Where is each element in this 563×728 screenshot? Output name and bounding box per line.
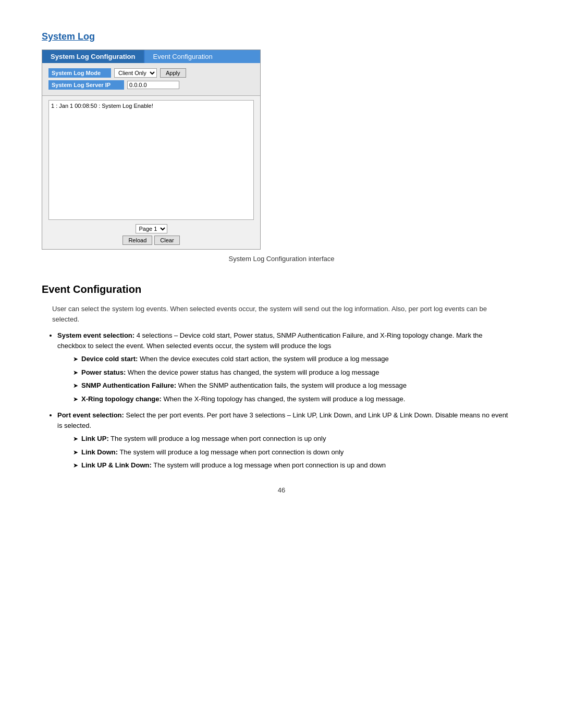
system-log-caption: System Log Configuration interface	[42, 255, 521, 263]
sub-2-2-text: The system will produce a log message wh…	[118, 448, 344, 456]
server-ip-input[interactable]	[127, 81, 179, 89]
bullet-2-text: Select the per port events. Per port hav…	[57, 411, 508, 429]
sub-2-2-bold: Link Down:	[81, 448, 118, 456]
sub-1-1-bold: Device cold start:	[81, 355, 138, 363]
bullet-item-1: System event selection: 4 selections – D…	[57, 330, 511, 404]
sub-2-3-text: The system will produce a log message wh…	[152, 461, 386, 469]
mode-row: System Log Mode Client Only Apply	[48, 68, 254, 78]
bullet-item-2: Port event selection: Select the per por…	[57, 410, 511, 471]
tab-system-log-configuration[interactable]: System Log Configuration	[42, 50, 144, 63]
mode-select[interactable]: Client Only	[114, 68, 157, 78]
sub-2-3-bold: Link UP & Link Down:	[81, 461, 152, 469]
event-config-title: Event Configuration	[42, 283, 521, 295]
sub-item-2-2: ➤ Link Down: The system will produce a l…	[73, 447, 511, 458]
log-entry: 1 : Jan 1 00:08:50 : System Log Enable!	[51, 103, 251, 109]
sub-1-2-text: When the device power status has changed…	[126, 368, 379, 376]
sub-list-1: ➤ Device cold start: When the device exe…	[73, 354, 511, 404]
sub-2-1-text: The system will produce a log message wh…	[109, 435, 326, 442]
sub-1-3-text: When the SNMP authentication fails, the …	[176, 381, 407, 389]
arrow-icon-1-4: ➤	[73, 394, 78, 404]
sub-item-2-3-text: Link UP & Link Down: The system will pro…	[81, 460, 511, 471]
config-panel: System Log Configuration Event Configura…	[42, 50, 261, 250]
arrow-icon-2-2: ➤	[73, 448, 78, 457]
sub-item-2-1-text: Link UP: The system will produce a log m…	[81, 434, 511, 444]
sub-item-1-2: ➤ Power status: When the device power st…	[73, 367, 511, 378]
server-ip-row: System Log Server IP	[48, 80, 254, 90]
pagination-row: Page 1	[42, 224, 260, 233]
sub-2-1-bold: Link UP:	[81, 435, 109, 442]
bullet-list: System event selection: 4 selections – D…	[57, 330, 511, 471]
sub-1-2-bold: Power status:	[81, 368, 126, 376]
sub-1-4-bold: X-Ring topology change:	[81, 395, 162, 403]
form-area: System Log Mode Client Only Apply System…	[42, 63, 260, 96]
apply-button[interactable]: Apply	[160, 68, 186, 78]
page-select[interactable]: Page 1	[136, 224, 167, 233]
sub-item-1-4-text: X-Ring topology change: When the X-Ring …	[81, 394, 511, 404]
arrow-icon-1-1: ➤	[73, 354, 78, 364]
tab-event-configuration[interactable]: Event Configuration	[145, 50, 221, 63]
sub-item-1-1-text: Device cold start: When the device execu…	[81, 354, 511, 364]
sub-item-1-3: ➤ SNMP Authentication Failure: When the …	[73, 380, 511, 391]
reload-button[interactable]: Reload	[123, 236, 152, 245]
event-config-description: User can select the system log events. W…	[52, 304, 511, 324]
sub-1-1-text: When the device executes cold start acti…	[138, 355, 388, 363]
arrow-icon-1-2: ➤	[73, 368, 78, 377]
sub-item-1-4: ➤ X-Ring topology change: When the X-Rin…	[73, 394, 511, 404]
sub-item-1-2-text: Power status: When the device power stat…	[81, 367, 511, 378]
event-config-section: Event Configuration User can select the …	[42, 283, 521, 471]
clear-button[interactable]: Clear	[154, 236, 179, 245]
sub-item-2-1: ➤ Link UP: The system will produce a log…	[73, 434, 511, 444]
action-row: Reload Clear	[42, 236, 260, 245]
server-ip-label: System Log Server IP	[48, 80, 124, 90]
sub-list-2: ➤ Link UP: The system will produce a log…	[73, 434, 511, 471]
sub-1-3-bold: SNMP Authentication Failure:	[81, 381, 176, 389]
section-title: System Log	[42, 31, 521, 42]
bullet-2-bold: Port event selection:	[57, 411, 124, 419]
page-number: 46	[42, 486, 521, 494]
system-log-section: System Log System Log Configuration Even…	[42, 31, 521, 263]
log-display: 1 : Jan 1 00:08:50 : System Log Enable!	[48, 100, 254, 220]
sub-item-1-3-text: SNMP Authentication Failure: When the SN…	[81, 380, 511, 391]
arrow-icon-2-1: ➤	[73, 434, 78, 443]
sub-1-4-text: When the X-Ring topology has changed, th…	[162, 395, 406, 403]
arrow-icon-1-3: ➤	[73, 381, 78, 390]
bullet-1-bold: System event selection:	[57, 331, 134, 339]
tab-bar: System Log Configuration Event Configura…	[42, 50, 260, 63]
sub-item-2-3: ➤ Link UP & Link Down: The system will p…	[73, 460, 511, 471]
sub-item-2-2-text: Link Down: The system will produce a log…	[81, 447, 511, 458]
mode-label: System Log Mode	[48, 68, 111, 78]
sub-item-1-1: ➤ Device cold start: When the device exe…	[73, 354, 511, 364]
arrow-icon-2-3: ➤	[73, 461, 78, 470]
